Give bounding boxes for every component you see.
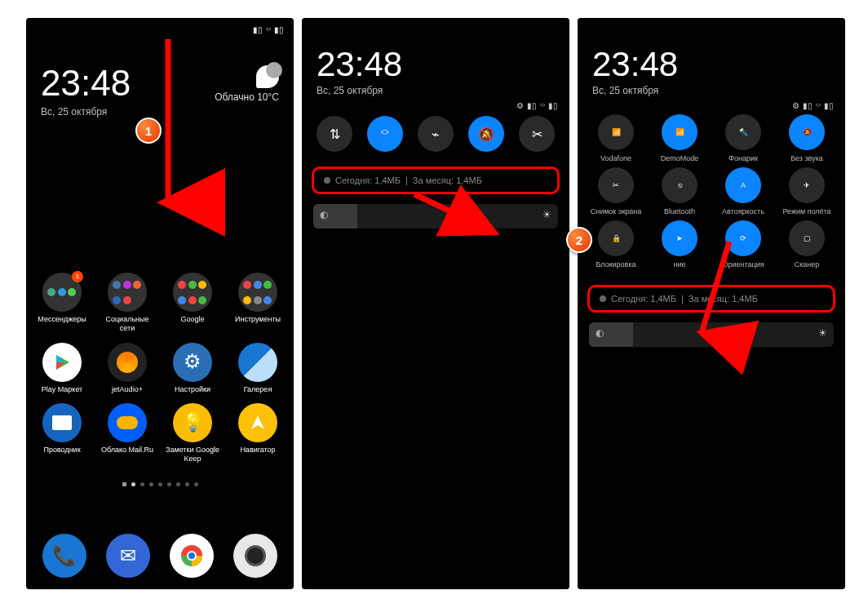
svg-line-12: [414, 194, 489, 230]
brightness-low-icon: ◐: [320, 209, 328, 220]
notif-statusicons: ⚙▮▯⌔▮▯: [792, 101, 834, 110]
app-mailru-cloud[interactable]: Облако Mail.Ru: [100, 403, 155, 464]
svg-point-8: [188, 553, 195, 559]
wifi-icon: ⌔: [266, 25, 271, 34]
qs-toggles-row: ⇅ ⌔ ⌁ 🔕 ✂: [302, 106, 569, 158]
qs-icon[interactable]: 🔒: [598, 220, 634, 256]
notif-statusicons: ⚙▮▯⌔▮▯: [516, 101, 558, 110]
qs-screenshot[interactable]: ✂: [519, 116, 555, 152]
qs-icon[interactable]: 📶: [662, 114, 698, 150]
svg-marker-3: [251, 415, 264, 429]
dot-icon: [324, 177, 330, 184]
step-badge-1: 1: [135, 118, 162, 144]
qs-Снимок экрана[interactable]: ✂Снимок экрана: [584, 167, 648, 215]
page-indicator[interactable]: [26, 475, 294, 490]
qs-Сканер[interactable]: ▢Сканер: [775, 220, 839, 268]
qs-Vodafone[interactable]: 📶Vodafone: [584, 114, 648, 162]
status-bar: ▮▯ ⌔ ▮▯: [26, 18, 294, 41]
app-jetaudio[interactable]: jetAudio+: [100, 343, 155, 394]
qs-icon[interactable]: 🔕: [789, 114, 825, 150]
qs-icon[interactable]: 📶: [598, 114, 634, 150]
dock-chrome[interactable]: [170, 534, 214, 578]
qs-icon[interactable]: ✂: [598, 167, 634, 203]
cloud-icon: [256, 65, 279, 88]
dock-phone[interactable]: 📞: [42, 534, 86, 578]
qs-Фонарик[interactable]: 🔦Фонарик: [711, 114, 775, 162]
qs-DemoMode[interactable]: 📶DemoMode: [648, 114, 711, 162]
qs-icon[interactable]: A: [725, 167, 761, 203]
svg-line-14: [702, 242, 729, 333]
gear-icon[interactable]: ⚙: [792, 101, 799, 110]
folder-tools[interactable]: Инструменты: [230, 273, 286, 333]
qs-icon[interactable]: 🔦: [725, 114, 761, 150]
gear-icon[interactable]: ⚙: [516, 101, 524, 110]
qs-icon[interactable]: ✈: [789, 167, 825, 203]
clock-time: 23:48: [41, 65, 131, 101]
qs-Блокировка[interactable]: 🔒Блокировка: [584, 220, 648, 268]
app-playmarket[interactable]: Play Маркет: [34, 343, 90, 394]
notif-clock: 23:48 Вс, 25 октября: [578, 18, 845, 106]
step-badge-2: 2: [566, 227, 592, 253]
folder-google[interactable]: Google: [165, 273, 220, 333]
qs-wifi[interactable]: ⌔: [367, 116, 403, 152]
qs-icon[interactable]: ⎋: [662, 167, 698, 203]
signal-icon: ▮▯: [253, 25, 263, 34]
qs-Без звука[interactable]: 🔕Без звука: [775, 114, 839, 162]
app-explorer[interactable]: Проводник: [34, 403, 90, 464]
notif-clock: 23:48 Вс, 25 октября: [302, 18, 569, 106]
weather-widget[interactable]: Облачно 10°C: [215, 65, 279, 103]
qs-Автояркость[interactable]: AАвтояркость: [711, 167, 775, 215]
dock-messages[interactable]: ✉: [106, 534, 150, 578]
app-google-keep[interactable]: 💡Заметки Google Keep: [165, 403, 220, 464]
qs-Bluetooth[interactable]: ⎋Bluetooth: [648, 167, 711, 215]
brightness-high-icon: ☀: [542, 209, 551, 220]
dock: 📞 ✉: [26, 534, 294, 581]
battery-icon: ▮▯: [274, 25, 284, 34]
annotation-arrow-databar2: [690, 242, 739, 348]
folder-messengers[interactable]: 1Мессенджеры: [34, 273, 90, 333]
qs-mute[interactable]: 🔕: [468, 116, 504, 152]
phone-quicksettings-collapsed: 23:48 Вс, 25 октября ⚙▮▯⌔▮▯ ⇅ ⌔ ⌁ 🔕 ✂ Се…: [302, 18, 569, 589]
dot-icon: [600, 295, 606, 302]
app-settings[interactable]: ⚙Настройки: [165, 343, 220, 394]
qs-flashlight[interactable]: ⌁: [418, 116, 454, 152]
brightness-high-icon: ☀: [818, 327, 827, 339]
annotation-arrow-databar: [400, 188, 498, 237]
app-navigator[interactable]: Навигатор: [230, 403, 286, 464]
qs-icon[interactable]: ▢: [789, 220, 825, 256]
qs-Режим полёта[interactable]: ✈Режим полёта: [775, 167, 839, 215]
qs-mobiledata[interactable]: ⇅: [317, 116, 352, 152]
dock-camera[interactable]: [233, 534, 277, 578]
brightness-low-icon: ◐: [596, 327, 604, 339]
clock-date: Вс, 25 октября: [41, 106, 131, 118]
app-gallery[interactable]: Галерея: [230, 343, 286, 394]
home-app-grid: 1Мессенджеры Социальные сети Google Инст…: [26, 273, 294, 464]
folder-social[interactable]: Социальные сети: [100, 273, 155, 333]
